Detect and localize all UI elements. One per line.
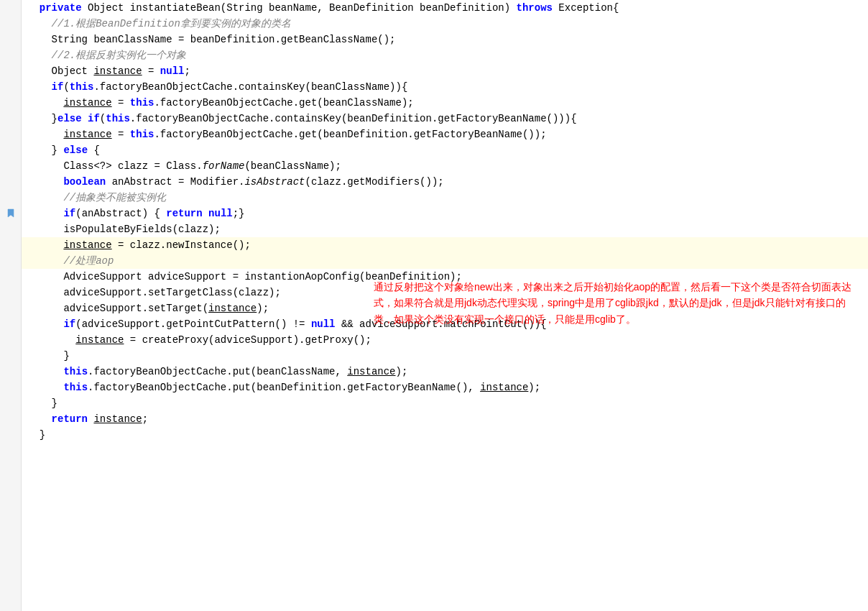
bookmark-icon <box>4 206 17 219</box>
code-line: instance = this.factoryBeanObjectCache.g… <box>22 95 868 111</box>
code-line: this.factoryBeanObjectCache.put(beanClas… <box>22 364 868 380</box>
code-line: isPopulateByFields(clazz); <box>22 221 868 237</box>
code-line: Class<?> clazz = Class.forName(beanClass… <box>22 158 868 174</box>
code-line: this.factoryBeanObjectCache.put(beanDefi… <box>22 380 868 395</box>
code-line: } <box>22 395 868 411</box>
code-line: } <box>22 348 868 364</box>
code-line: }else if(this.factoryBeanObjectCache.con… <box>22 111 868 127</box>
code-line: Object instance = null; <box>22 63 868 79</box>
code-line: boolean anAbstract = Modifier.isAbstract… <box>22 174 868 190</box>
code-line: AdviceSupport adviceSupport = instantion… <box>22 269 868 285</box>
code-line: adviceSupport.setTargetClass(clazz); <box>22 285 868 300</box>
gutter <box>0 0 22 611</box>
code-line: String beanClassName = beanDefinition.ge… <box>22 32 868 47</box>
code-line: instance = createProxy(adviceSupport).ge… <box>22 332 868 348</box>
code-line: if(anAbstract) { return null;} <box>22 206 868 221</box>
code-line: private Object instantiateBean(String be… <box>22 0 868 16</box>
code-line: return instance; <box>22 411 868 427</box>
code-line: } <box>22 427 868 443</box>
code-line: } else { <box>22 142 868 158</box>
code-container: private Object instantiateBean(String be… <box>0 0 868 611</box>
code-line: adviceSupport.setTarget(instance); <box>22 300 868 316</box>
code-line: //抽象类不能被实例化 <box>22 190 868 206</box>
code-line: instance = clazz.newInstance(); <box>22 237 868 253</box>
code-line: //1.根据BeanDefinition拿到要实例的对象的类名 <box>22 16 868 32</box>
code-area: private Object instantiateBean(String be… <box>22 0 868 611</box>
code-line: if(adviceSupport.getPointCutPattern() !=… <box>22 316 868 332</box>
code-line: if(this.factoryBeanObjectCache.containsK… <box>22 79 868 95</box>
code-line: //处理aop <box>22 253 868 269</box>
code-line: instance = this.factoryBeanObjectCache.g… <box>22 127 868 142</box>
code-line: //2.根据反射实例化一个对象 <box>22 47 868 63</box>
